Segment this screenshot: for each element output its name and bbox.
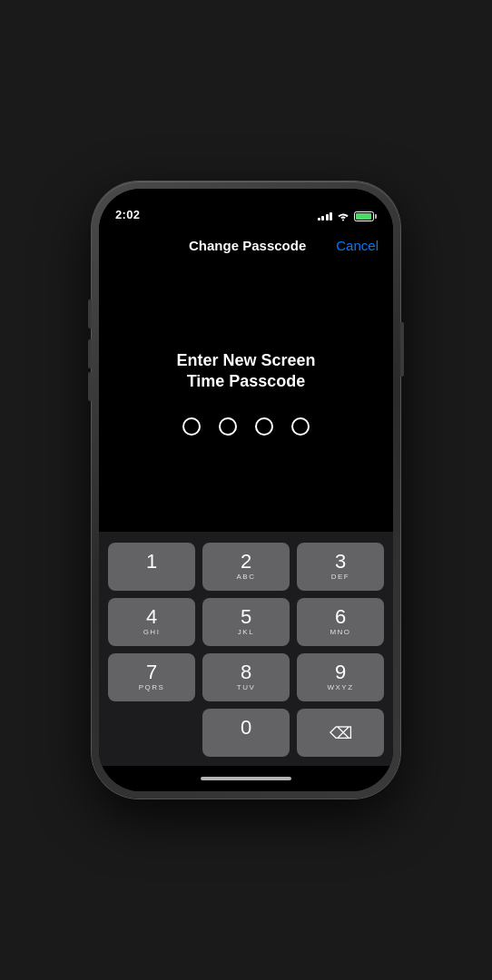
nav-bar: Change Passcode Cancel [99,227,393,263]
key-4[interactable]: 4 GHI [108,598,195,646]
notch [192,189,300,211]
home-bar [201,777,291,780]
passcode-dots [182,417,310,436]
signal-bar-1 [318,218,320,220]
key-3[interactable]: 3 DEF [297,543,384,591]
key-1[interactable]: 1 [108,543,195,591]
key-8[interactable]: 8 TUV [202,653,290,701]
key-5[interactable]: 5 JKL [202,598,290,646]
key-2[interactable]: 2 ABC [202,543,290,591]
delete-button[interactable]: ⌫ [297,709,384,757]
wifi-icon [337,211,349,221]
home-indicator [99,766,393,791]
battery-fill [356,213,371,220]
key-6[interactable]: 6 MNO [297,598,384,646]
cancel-button[interactable]: Cancel [336,238,379,253]
status-time: 2:02 [115,208,140,221]
signal-bar-3 [326,214,329,220]
nav-title: Change Passcode [189,238,306,253]
signal-icon [318,212,333,220]
key-0[interactable]: 0 [202,709,290,757]
passcode-dot-1 [182,417,201,436]
passcode-dot-3 [255,417,273,436]
keypad-bottom-row: 0 ⌫ [108,709,384,757]
keypad-grid: 1 2 ABC 3 DEF 4 GHI 5 JKL [108,543,384,701]
status-icons [318,211,378,221]
key-empty [108,709,195,757]
passcode-dot-2 [219,417,237,436]
battery-body [354,211,374,221]
battery-tip [375,214,377,219]
key-9[interactable]: 9 WXYZ [297,653,384,701]
phone-frame: 2:02 [92,181,400,799]
phone-screen: 2:02 [99,189,393,791]
passcode-dot-4 [291,417,310,436]
signal-bar-2 [321,216,324,220]
key-7[interactable]: 7 PQRS [108,653,195,701]
main-content: Enter New Screen Time Passcode [99,263,393,532]
battery-icon [354,211,377,221]
delete-icon: ⌫ [330,723,352,743]
keypad: 1 2 ABC 3 DEF 4 GHI 5 JKL [99,532,393,766]
passcode-prompt: Enter New Screen Time Passcode [176,350,315,393]
signal-bar-4 [330,212,332,220]
